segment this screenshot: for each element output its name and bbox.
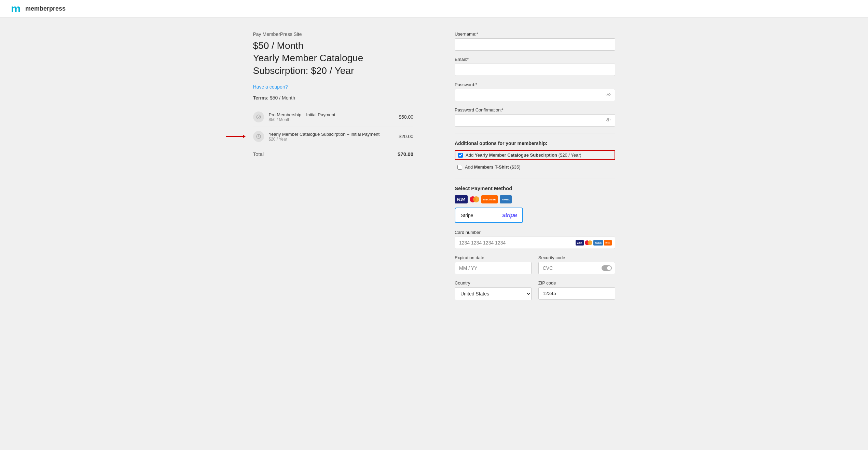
addon-label-1: Add Yearly Member Catalogue Subscirption… — [466, 153, 581, 158]
password-confirm-input-container: 👁 — [455, 114, 615, 127]
item-name-1: Pro Membership – Initial Payment — [269, 112, 399, 117]
logo-text: memberpress — [25, 5, 66, 12]
total-row: Total $70.00 — [253, 146, 414, 162]
password-confirm-label: Password Confirmation:* — [455, 107, 615, 112]
username-label: Username:* — [455, 31, 615, 37]
left-panel: Pay MemberPress Site $50 / Month Yearly … — [253, 31, 435, 306]
stripe-logo: stripe — [502, 212, 517, 219]
password-input-container: 👁 — [455, 89, 615, 101]
visa-icon: VISA — [455, 195, 468, 203]
order-row-1: Pro Membership – Initial Payment $50 / M… — [253, 107, 414, 127]
svg-point-1 — [257, 115, 261, 119]
total-amount: $70.00 — [398, 151, 413, 157]
price-line1: $50 / Month — [253, 40, 414, 52]
zip-label: ZIP code — [538, 280, 615, 286]
stripe-button[interactable]: Stripe stripe — [455, 208, 523, 223]
item-sub-1: $50 / Month — [269, 117, 399, 122]
password-group: Password:* 👁 — [455, 82, 615, 101]
password-label: Password:* — [455, 82, 615, 87]
password-eye-icon[interactable]: 👁 — [606, 92, 611, 98]
addon-checkbox-2[interactable] — [457, 165, 462, 170]
header: m memberpress — [0, 0, 868, 18]
addon-label-2: Add Members T-Shirt ($35) — [465, 164, 521, 170]
mini-visa-icon: VISA — [576, 240, 584, 246]
card-number-input-container: VISA AMEX DISC — [455, 237, 615, 249]
country-select[interactable]: United States Canada United Kingdom — [455, 287, 532, 300]
main-content: Pay MemberPress Site $50 / Month Yearly … — [246, 18, 622, 320]
addon-checkbox-1[interactable] — [458, 153, 463, 158]
country-label: Country — [455, 280, 532, 286]
order-list: Pro Membership – Initial Payment $50 / M… — [253, 107, 414, 162]
card-brand-icons: VISA AMEX DISC — [576, 240, 612, 246]
divider-2 — [455, 178, 615, 178]
mini-amex-icon: AMEX — [593, 240, 603, 246]
item-icon-2 — [253, 131, 264, 142]
security-label: Security code — [538, 255, 615, 260]
right-panel: Username:* Email:* Password:* 👁 Password… — [434, 31, 615, 306]
password-confirm-group: Password Confirmation:* 👁 — [455, 107, 615, 127]
price-line2: Yearly Member Catalogue — [253, 52, 414, 64]
item-price-2: $20.00 — [399, 134, 413, 139]
discover-icon: DISCOVER — [481, 195, 498, 203]
terms-label: Terms: — [253, 95, 269, 101]
payment-method-title: Select Payment Method — [455, 185, 615, 191]
country-group: Country United States Canada United King… — [455, 280, 532, 300]
svg-text:m: m — [11, 3, 20, 15]
password-confirm-eye-icon[interactable]: 👁 — [606, 117, 611, 123]
country-zip-row: Country United States Canada United King… — [455, 280, 615, 306]
password-input[interactable] — [455, 89, 615, 101]
total-label: Total — [253, 151, 264, 157]
terms-text: Terms: $50 / Month — [253, 95, 414, 101]
security-group: Security code — [538, 255, 615, 274]
username-group: Username:* — [455, 31, 615, 51]
item-price-1: $50.00 — [399, 114, 413, 120]
expiry-label: Expiration date — [455, 255, 532, 260]
email-group: Email:* — [455, 57, 615, 76]
item-details-1: Pro Membership – Initial Payment $50 / M… — [269, 112, 399, 122]
card-number-group: Card number VISA AMEX DISC — [455, 230, 615, 249]
pay-label: Pay MemberPress Site — [253, 31, 414, 37]
security-toggle[interactable] — [602, 265, 612, 271]
username-input[interactable] — [455, 38, 615, 51]
stripe-label: Stripe — [461, 213, 473, 218]
item-details-2: Yearly Member Catalogue Subscirption – I… — [269, 132, 399, 142]
item-icon-1 — [253, 111, 264, 122]
logo-container: m memberpress — [10, 3, 66, 15]
order-row-2: Yearly Member Catalogue Subscirption – I… — [253, 127, 414, 146]
zip-group: ZIP code — [538, 280, 615, 300]
security-input-container — [538, 262, 615, 274]
card-icons-row: VISA DISCOVER AMEX — [455, 195, 615, 203]
mc-icon-container — [470, 196, 479, 202]
item-name-2: Yearly Member Catalogue Subscirption – I… — [269, 132, 399, 137]
expiry-input[interactable] — [455, 262, 532, 274]
expiry-group: Expiration date — [455, 255, 532, 274]
addon-item-2: Add Members T-Shirt ($35) — [455, 163, 615, 171]
password-confirm-input[interactable] — [455, 114, 615, 127]
additional-options-title: Additional options for your membership: — [455, 141, 615, 146]
coupon-link[interactable]: Have a coupon? — [253, 84, 288, 90]
amex-icon: AMEX — [500, 195, 512, 203]
card-number-label: Card number — [455, 230, 615, 235]
mini-discover-icon: DISC — [604, 240, 611, 246]
item-sub-2: $20 / Year — [269, 137, 399, 142]
price-line3: Subscirption: $20 / Year — [253, 65, 414, 77]
memberpress-logo-icon: m — [10, 3, 23, 15]
date-security-row: Expiration date Security code — [455, 255, 615, 280]
zip-input[interactable] — [538, 287, 615, 300]
email-label: Email:* — [455, 57, 615, 62]
mastercard-icon — [470, 196, 479, 202]
mini-mc-icon — [585, 240, 592, 245]
divider-1 — [455, 133, 615, 134]
addon-item-1: Add Yearly Member Catalogue Subscirption… — [455, 150, 615, 160]
email-input[interactable] — [455, 64, 615, 76]
terms-value: $50 / Month — [270, 95, 295, 101]
price-title: $50 / Month Yearly Member Catalogue Subs… — [253, 40, 414, 77]
arrow-indicator — [226, 135, 246, 138]
